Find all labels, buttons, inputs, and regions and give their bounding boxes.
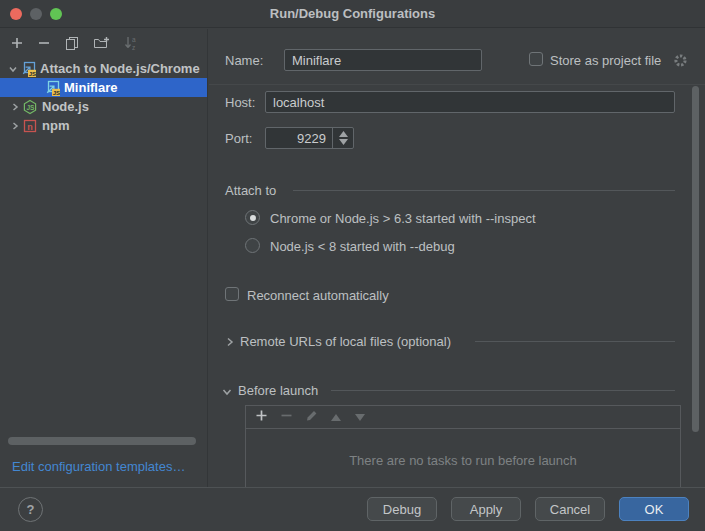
sidebar-toolbar: az	[0, 31, 207, 55]
no-tasks-message: There are no tasks to run before launch	[246, 453, 680, 468]
attach-nodejs-icon: JS	[44, 80, 60, 96]
add-task-icon[interactable]	[255, 409, 268, 425]
tree-item-label: Node.js	[42, 99, 89, 114]
new-folder-icon[interactable]	[93, 35, 110, 51]
configuration-form: Name: Store as project file Host: Port: …	[209, 29, 705, 487]
apply-button[interactable]: Apply	[451, 497, 521, 521]
sidebar-horizontal-scrollbar[interactable]	[8, 437, 196, 445]
nodejs-icon: JS	[22, 99, 38, 115]
configurations-sidebar: az JS Attach to Node.js/Chrome JS Minifl…	[0, 29, 208, 487]
remote-urls-section-label[interactable]: Remote URLs of local files (optional)	[240, 334, 451, 349]
port-label: Port:	[225, 131, 252, 146]
copy-configuration-icon[interactable]	[64, 35, 80, 51]
tree-item-label: Attach to Node.js/Chrome	[40, 61, 200, 76]
radio-node-debug-label[interactable]: Node.js < 8 started with --debug	[270, 239, 455, 254]
attach-to-section-label: Attach to	[225, 183, 276, 198]
window-controls	[10, 8, 62, 20]
gear-icon[interactable]	[673, 53, 688, 68]
port-input[interactable]	[266, 128, 332, 148]
footer-buttons: Debug Apply Cancel OK	[367, 497, 689, 521]
radio-chrome-or-node-inspect-label[interactable]: Chrome or Node.js > 6.3 started with --i…	[270, 211, 536, 226]
chevron-down-icon[interactable]	[6, 64, 20, 74]
ok-button[interactable]: OK	[619, 497, 689, 521]
radio-chrome-or-node-inspect[interactable]	[245, 210, 260, 225]
close-window-button[interactable]	[10, 8, 22, 20]
port-stepper	[265, 127, 354, 149]
tree-item-miniflare[interactable]: JS Miniflare	[0, 78, 207, 97]
tree-item-attach-to-nodejs-chrome[interactable]: JS Attach to Node.js/Chrome	[0, 59, 207, 78]
store-as-project-file-label: Store as project file	[550, 53, 661, 68]
edit-task-icon	[305, 409, 318, 425]
chevron-right-icon[interactable]	[8, 121, 22, 131]
sort-configurations-icon: az	[123, 35, 139, 51]
debug-button[interactable]: Debug	[367, 497, 437, 521]
tree-item-nodejs[interactable]: JS Node.js	[0, 97, 207, 116]
attach-nodejs-icon: JS	[20, 61, 36, 77]
reconnect-automatically-label[interactable]: Reconnect automatically	[247, 288, 389, 303]
svg-text:JS: JS	[26, 103, 35, 110]
remove-configuration-icon[interactable]	[37, 36, 51, 50]
add-configuration-icon[interactable]	[10, 36, 24, 50]
chevron-down-icon[interactable]	[222, 387, 232, 397]
tree-item-label: npm	[42, 118, 69, 133]
svg-text:z: z	[132, 44, 135, 51]
npm-icon: n	[22, 118, 38, 134]
remote-urls-section-line	[475, 341, 675, 342]
content-vertical-scrollbar[interactable]	[692, 86, 699, 432]
zoom-window-button[interactable]	[50, 8, 62, 20]
host-label: Host:	[225, 95, 255, 110]
help-label: ?	[27, 502, 35, 517]
dialog-title: Run/Debug Configurations	[270, 6, 435, 21]
edit-configuration-templates-link[interactable]: Edit configuration templates…	[12, 459, 185, 474]
minimize-window-button	[30, 8, 42, 20]
remove-task-icon	[280, 409, 293, 425]
move-down-icon	[354, 410, 366, 425]
reconnect-automatically-checkbox[interactable]	[225, 287, 239, 301]
help-button[interactable]: ?	[18, 497, 43, 522]
before-launch-section-line	[331, 390, 675, 391]
before-launch-panel: There are no tasks to run before launch	[245, 405, 681, 488]
svg-text:JS: JS	[53, 89, 60, 95]
attach-to-section-line	[293, 190, 675, 191]
name-label: Name:	[225, 53, 263, 68]
tree-item-label: Miniflare	[64, 80, 117, 95]
store-as-project-file-checkbox[interactable]	[529, 52, 543, 66]
svg-text:JS: JS	[29, 70, 36, 76]
name-input[interactable]	[284, 49, 482, 71]
tree-item-npm[interactable]: n npm	[0, 116, 207, 135]
svg-text:a: a	[132, 36, 136, 43]
port-spinner-buttons[interactable]	[332, 128, 353, 148]
svg-text:n: n	[27, 121, 33, 131]
move-up-icon	[330, 410, 342, 425]
before-launch-toolbar	[246, 406, 680, 429]
chevron-right-icon[interactable]	[225, 337, 235, 347]
dialog-footer: ? Debug Apply Cancel OK	[0, 487, 705, 531]
dialog-titlebar: Run/Debug Configurations	[0, 0, 705, 28]
header-divider	[209, 84, 705, 85]
cancel-button[interactable]: Cancel	[535, 497, 605, 521]
configurations-tree: JS Attach to Node.js/Chrome JS Miniflare…	[0, 59, 207, 135]
host-input[interactable]	[265, 91, 675, 113]
chevron-right-icon[interactable]	[8, 102, 22, 112]
radio-node-debug[interactable]	[245, 238, 260, 253]
spinner-up-icon	[339, 131, 348, 137]
spinner-down-icon	[339, 139, 348, 145]
before-launch-section-label[interactable]: Before launch	[238, 383, 318, 398]
